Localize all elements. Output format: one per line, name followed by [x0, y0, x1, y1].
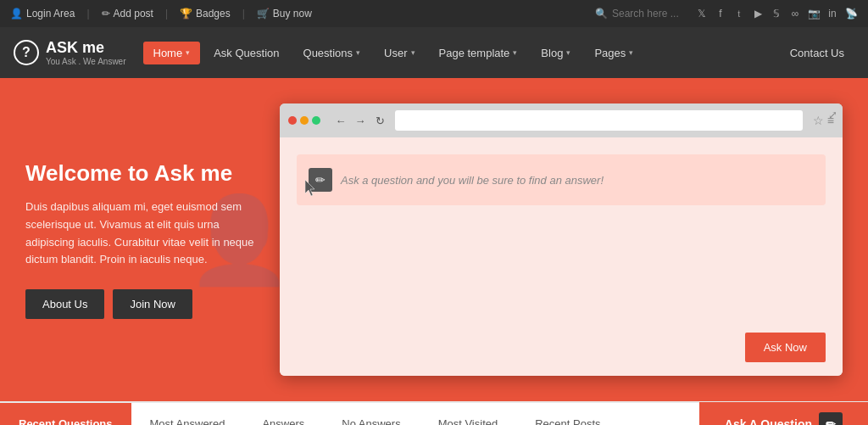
divider-1: |	[86, 8, 89, 20]
top-bar-right: 🔍 𝕏 f 𝔱 ▶ 𝕊 ∞ 📷 in 📡	[595, 7, 858, 20]
browser-mockup: ← → ↻ ☆ ≡ ⤢ ✏ Ask a question and you wil…	[280, 103, 843, 376]
blog-chevron-icon: ▾	[566, 48, 570, 57]
nav-item-blog[interactable]: Blog ▾	[531, 42, 581, 64]
about-us-button[interactable]: About Us	[25, 289, 104, 319]
nav-item-ask-question[interactable]: Ask Question	[203, 42, 289, 64]
browser-toolbar: ← → ↻ ☆ ≡ ⤢	[280, 103, 843, 137]
join-now-button[interactable]: Join Now	[113, 289, 192, 319]
nav-item-home[interactable]: Home ▾	[143, 42, 201, 64]
logo-title: ASK me	[46, 39, 126, 57]
badges-link[interactable]: 🏆 Badges	[180, 8, 231, 20]
pencil-box-icon: ✏	[309, 168, 332, 192]
cart-icon: 🛒	[257, 8, 270, 20]
ask-a-question-button[interactable]: Ask A Question ✏	[699, 402, 868, 425]
nav-item-pages[interactable]: Pages ▾	[584, 42, 643, 64]
hero-description: Duis dapibus aliquam mi, eget euismod se…	[25, 199, 263, 269]
nav-menu: Home ▾ Ask Question Questions ▾ User ▾ P…	[143, 42, 780, 64]
dot-yellow[interactable]	[300, 116, 309, 125]
top-bar-left: 👤 Login Area | ✏ Add post | 🏆 Badges | 🛒…	[10, 8, 595, 20]
pencil-small-icon: ✏	[102, 8, 110, 20]
questions-chevron-icon: ▾	[356, 48, 360, 57]
browser-dots	[288, 116, 320, 125]
facebook-icon[interactable]: f	[714, 7, 727, 20]
browser-url-bar[interactable]	[395, 110, 803, 131]
ask-now-button[interactable]: Ask Now	[745, 333, 826, 362]
youtube-icon[interactable]: ▶	[751, 7, 765, 20]
trophy-icon: 🏆	[180, 8, 192, 20]
linkedin-icon[interactable]: in	[826, 7, 839, 20]
tab-most-visited[interactable]: Most Visited	[420, 403, 517, 425]
tab-most-answered[interactable]: Most Answered	[131, 403, 244, 425]
tab-recent-posts[interactable]: Recent Posts	[516, 403, 619, 425]
nav-contact-us[interactable]: Contact Us	[780, 42, 854, 64]
user-icon: 👤	[10, 8, 23, 20]
logo-text: ASK me You Ask . We Answer	[46, 39, 126, 66]
browser-forward-button[interactable]: →	[352, 112, 369, 129]
edit-pencil-icon: ✏	[819, 412, 843, 425]
browser-refresh-button[interactable]: ↻	[371, 112, 388, 129]
logo-area[interactable]: ? ASK me You Ask . We Answer	[14, 39, 126, 66]
dot-red[interactable]	[288, 116, 297, 125]
page-template-chevron-icon: ▾	[513, 48, 517, 57]
divider-3: |	[242, 8, 245, 20]
tabs-bar: Recent Questions Most Answered Answers N…	[0, 401, 868, 425]
social-icons: 𝕏 f 𝔱 ▶ 𝕊 ∞ 📷 in 📡	[695, 7, 858, 20]
add-post-link[interactable]: ✏ Add post	[102, 8, 153, 20]
search-input[interactable]	[612, 8, 688, 20]
nav-item-user[interactable]: User ▾	[374, 42, 425, 64]
nav-item-page-template[interactable]: Page template ▾	[429, 42, 528, 64]
tabs-right: Ask A Question ✏	[699, 403, 868, 425]
top-bar: 👤 Login Area | ✏ Add post | 🏆 Badges | 🛒…	[0, 0, 868, 27]
nav-item-questions[interactable]: Questions ▾	[293, 42, 371, 64]
ask-input-area[interactable]: ✏ Ask a question and you will be sure to…	[297, 154, 826, 205]
instagram-icon[interactable]: 📷	[807, 7, 821, 20]
skype-icon[interactable]: 𝕊	[770, 7, 783, 20]
tiktok-icon[interactable]: 𝔱	[732, 7, 746, 20]
link-icon[interactable]: ∞	[788, 7, 802, 20]
dot-green[interactable]	[312, 116, 320, 125]
browser-body: ✏ Ask a question and you will be sure to…	[280, 137, 843, 324]
nav-bar: ? ASK me You Ask . We Answer Home ▾ Ask …	[0, 27, 868, 78]
browser-footer: Ask Now	[280, 324, 843, 376]
twitter-icon[interactable]: 𝕏	[695, 7, 709, 20]
login-area-link[interactable]: 👤 Login Area	[10, 8, 75, 20]
browser-back-button[interactable]: ←	[332, 112, 349, 129]
logo-icon: ?	[14, 40, 39, 65]
logo-subtitle: You Ask . We Answer	[46, 57, 126, 66]
hero-left: Welcome to Ask me Duis dapibus aliquam m…	[25, 160, 263, 319]
browser-expand-icon[interactable]: ⤢	[828, 109, 837, 121]
rss-icon[interactable]: 📡	[844, 7, 858, 20]
tab-no-answers[interactable]: No Answers	[323, 403, 419, 425]
tab-recent-questions[interactable]: Recent Questions	[0, 403, 131, 425]
user-chevron-icon: ▾	[411, 48, 415, 57]
browser-nav-buttons: ← → ↻	[332, 112, 388, 129]
home-chevron-icon: ▾	[186, 48, 190, 57]
divider-2: |	[165, 8, 168, 20]
ask-placeholder-text: Ask a question and you will be sure to f…	[341, 174, 604, 187]
buy-now-link[interactable]: 🛒 Buy now	[257, 8, 312, 20]
search-icon: 🔍	[595, 8, 608, 20]
search-box[interactable]: 🔍	[595, 8, 688, 20]
hero-buttons: About Us Join Now	[25, 289, 263, 319]
hero-title: Welcome to Ask me	[25, 160, 263, 187]
tab-answers[interactable]: Answers	[243, 403, 323, 425]
pages-chevron-icon: ▾	[629, 48, 633, 57]
bookmark-icon[interactable]: ☆	[813, 114, 824, 127]
hero-section: Welcome to Ask me Duis dapibus aliquam m…	[0, 78, 868, 401]
